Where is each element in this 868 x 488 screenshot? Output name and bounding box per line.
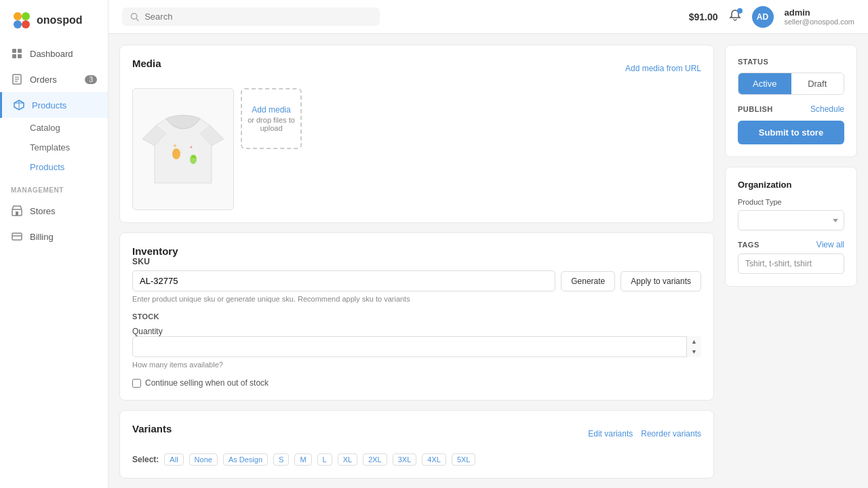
stock-label: STOCK: [132, 312, 701, 321]
variants-links: Edit variants Reorder variants: [588, 429, 701, 439]
status-label: STATUS: [738, 58, 844, 66]
tags-section: TAGS View all: [738, 240, 844, 274]
svg-point-2: [14, 20, 22, 28]
sidebar-item-products[interactable]: Products: [0, 92, 108, 118]
sidebar: onospod Dashboard Orders 3 Products Cata…: [0, 0, 108, 488]
svg-rect-7: [18, 54, 22, 58]
quantity-hint: How many items available?: [132, 361, 701, 369]
sku-row: Generate Apply to variants: [132, 270, 701, 291]
balance-display: $91.00: [689, 12, 718, 22]
product-type-section: Product Type: [738, 198, 844, 230]
logo: onospod: [0, 0, 108, 41]
orders-badge: 3: [85, 75, 97, 84]
quantity-input-wrap: ▲ ▼: [132, 336, 701, 357]
product-type-select[interactable]: [738, 210, 844, 230]
dashboard-icon: [11, 47, 23, 60]
status-draft-button[interactable]: Draft: [791, 73, 844, 94]
search-icon: [130, 12, 139, 22]
generate-button[interactable]: Generate: [561, 271, 615, 291]
size-btn-2xl[interactable]: 2XL: [363, 453, 387, 466]
reorder-variants-link[interactable]: Reorder variants: [641, 429, 701, 439]
svg-rect-17: [12, 233, 22, 240]
svg-point-0: [14, 12, 22, 20]
media-grid: Add media or drop files to upload: [132, 88, 701, 210]
svg-point-1: [22, 12, 30, 20]
view-all-tags-link[interactable]: View all: [816, 240, 844, 249]
sidebar-sub-templates[interactable]: Templates: [0, 138, 108, 157]
notification-button[interactable]: [729, 9, 741, 24]
inventory-title: Inventory: [132, 245, 178, 257]
topbar-right: $91.00 AD admin seller@onospod.com: [689, 6, 854, 28]
size-btn-xl[interactable]: XL: [338, 453, 357, 466]
quantity-input[interactable]: [132, 336, 701, 357]
user-info: admin seller@onospod.com: [785, 7, 855, 26]
search-box[interactable]: [122, 7, 380, 26]
svg-point-21: [172, 148, 180, 159]
svg-line-20: [136, 18, 138, 20]
size-btn-4xl[interactable]: 4XL: [422, 453, 446, 466]
upload-label: Add media: [252, 105, 290, 115]
orders-icon: [11, 73, 23, 85]
status-toggle: Active Draft: [738, 73, 844, 95]
user-email: seller@onospod.com: [785, 18, 855, 26]
logo-icon: [11, 9, 33, 31]
continue-selling-row[interactable]: Continue selling when out of stock: [132, 378, 701, 388]
svg-point-23: [190, 155, 197, 164]
upload-sub-label: or drop files to upload: [242, 116, 300, 132]
sku-input[interactable]: [132, 270, 555, 291]
size-btn-all[interactable]: All: [164, 453, 183, 466]
size-btn-l[interactable]: L: [317, 453, 332, 466]
submit-to-store-button[interactable]: Submit to store: [738, 121, 844, 144]
sidebar-item-billing-label: Billing: [30, 232, 54, 242]
continue-selling-checkbox[interactable]: [132, 379, 141, 388]
quantity-increment[interactable]: ▲: [687, 336, 701, 347]
inventory-card: Inventory SKU Generate Apply to variants…: [119, 232, 714, 401]
stores-icon: [11, 205, 23, 217]
variants-select-row: Select: All None As Design S M L XL 2XL …: [132, 453, 701, 466]
sku-label: SKU: [132, 257, 701, 266]
quantity-spinners: ▲ ▼: [686, 336, 701, 357]
quantity-group: Quantity ▲ ▼ How many items available?: [132, 326, 701, 369]
svg-rect-16: [16, 211, 18, 216]
status-card: STATUS Active Draft PUBLISH Schedule Sub…: [725, 45, 857, 157]
size-btn-as-design[interactable]: As Design: [223, 453, 268, 466]
stock-section: STOCK Quantity ▲ ▼ How many items availa…: [132, 312, 701, 388]
sidebar-item-dashboard[interactable]: Dashboard: [0, 41, 108, 66]
organization-title: Organization: [738, 180, 844, 190]
tags-label: TAGS: [738, 241, 760, 249]
sidebar-sub-catalog-label: Catalog: [30, 123, 60, 133]
edit-variants-link[interactable]: Edit variants: [588, 429, 633, 439]
sidebar-item-orders[interactable]: Orders 3: [0, 66, 108, 92]
size-btn-m[interactable]: M: [294, 453, 311, 466]
size-btn-none[interactable]: None: [189, 453, 218, 466]
svg-point-25: [191, 146, 193, 148]
sku-group: SKU Generate Apply to variants Enter pro…: [132, 257, 701, 303]
add-media-url-link[interactable]: Add media from URL: [625, 64, 701, 73]
sidebar-sub-catalog[interactable]: Catalog: [0, 118, 108, 138]
publish-section: PUBLISH Schedule Submit to store: [738, 104, 844, 144]
sidebar-item-billing[interactable]: Billing: [0, 224, 108, 249]
tags-input[interactable]: [738, 253, 844, 274]
size-btn-3xl[interactable]: 3XL: [393, 453, 417, 466]
size-btn-5xl[interactable]: 5XL: [452, 453, 476, 466]
media-title: Media: [132, 58, 161, 69]
management-section-label: MANAGEMENT: [0, 177, 108, 198]
status-active-button[interactable]: Active: [738, 73, 791, 94]
media-thumbnail[interactable]: [132, 88, 234, 210]
logo-text: onospod: [37, 14, 83, 26]
search-input[interactable]: [144, 12, 372, 22]
variants-card: Variants Edit variants Reorder variants …: [119, 410, 714, 479]
sidebar-sub-products[interactable]: Products: [0, 157, 108, 177]
quantity-decrement[interactable]: ▼: [687, 347, 701, 358]
sidebar-item-products-label: Products: [32, 100, 66, 110]
apply-to-variants-button[interactable]: Apply to variants: [620, 271, 701, 291]
topbar: $91.00 AD admin seller@onospod.com: [108, 0, 868, 34]
avatar: AD: [752, 6, 774, 28]
svg-rect-5: [18, 49, 22, 53]
sidebar-item-stores[interactable]: Stores: [0, 198, 108, 224]
sku-hint: Enter product unique sku or generate uni…: [132, 295, 701, 303]
media-upload-area[interactable]: Add media or drop files to upload: [241, 88, 302, 149]
billing-icon: [11, 230, 23, 243]
size-btn-s[interactable]: S: [273, 453, 289, 466]
schedule-link[interactable]: Schedule: [810, 104, 844, 114]
